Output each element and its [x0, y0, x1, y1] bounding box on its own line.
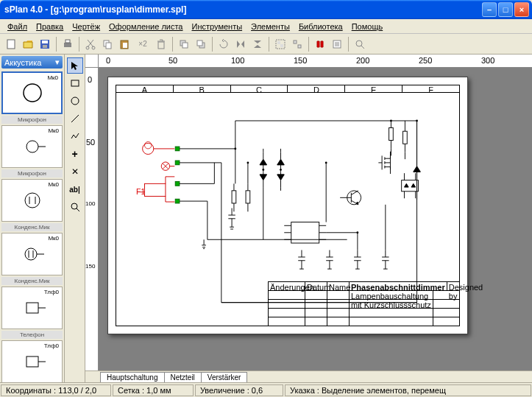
menu-tools[interactable]: Инструменты [188, 21, 247, 32]
drawing-page[interactable]: ABCDEF F1 [107, 77, 468, 334]
cut-button[interactable] [82, 36, 99, 52]
svg-rect-34 [26, 303, 38, 313]
status-grid: Сетка : 1,0 мм [113, 384, 194, 396]
node-add-tool[interactable]: + [67, 146, 83, 162]
svg-point-61 [356, 231, 358, 233]
svg-rect-47 [175, 182, 180, 186]
svg-point-30 [25, 248, 37, 260]
close-button[interactable]: × [514, 2, 529, 17]
svg-rect-52 [403, 131, 408, 144]
horizontal-ruler: 0 50 100 150 200 250 300 [99, 55, 532, 68]
svg-rect-0 [7, 40, 15, 49]
svg-rect-12 [158, 42, 164, 49]
rect-tool[interactable] [67, 75, 83, 91]
node-del-tool[interactable]: ✕ [67, 164, 83, 180]
back-button[interactable] [193, 36, 209, 52]
svg-rect-48 [175, 199, 180, 203]
svg-point-63 [416, 120, 418, 122]
zoom-tool[interactable] [67, 199, 83, 215]
svg-rect-16 [197, 41, 202, 46]
svg-rect-50 [246, 191, 250, 203]
svg-rect-51 [389, 127, 394, 140]
copy-button[interactable] [99, 36, 116, 52]
menu-file[interactable]: Файл [3, 21, 32, 32]
flip-v-button[interactable] [249, 36, 266, 52]
svg-point-24 [24, 84, 41, 102]
pointer-tool[interactable] [67, 57, 83, 74]
svg-rect-3 [43, 45, 47, 48]
new-button[interactable] [3, 36, 19, 52]
svg-rect-43 [144, 183, 165, 196]
text-tool[interactable]: ab| [67, 181, 83, 197]
palette-item-1[interactable]: Мк0 [1, 125, 63, 168]
flip-h-button[interactable] [233, 36, 249, 52]
group-button[interactable] [272, 36, 288, 52]
polyline-tool[interactable] [67, 128, 83, 144]
toolbar: ×2 [0, 34, 532, 55]
sheet-tabs: Hauptschaltung Netzteil Verstärker [85, 370, 532, 382]
svg-point-25 [26, 141, 38, 152]
snap-button[interactable] [312, 36, 328, 52]
svg-rect-45 [175, 147, 180, 151]
title-block: Änderungen Datum Name Phasenabschnittdim… [268, 281, 459, 326]
paste-button[interactable] [116, 36, 132, 52]
palette-item-3[interactable]: Мк0 [1, 233, 63, 275]
rotate-button[interactable] [216, 36, 232, 52]
save-button[interactable] [37, 36, 53, 52]
svg-rect-11 [123, 43, 127, 48]
svg-rect-14 [182, 43, 188, 48]
print-button[interactable] [60, 36, 76, 52]
svg-rect-9 [106, 43, 111, 49]
component-palette: Аккустика ▾ Мк0 Микрофон Мк0 Микрофон Мк… [0, 55, 65, 382]
sheet-tab-0[interactable]: Hauptschaltung [100, 372, 165, 382]
line-tool[interactable] [67, 110, 83, 127]
canvas[interactable]: ABCDEF F1 [99, 68, 532, 370]
circle-tool[interactable] [67, 93, 83, 109]
menu-library[interactable]: Библиотека [294, 21, 347, 32]
menu-page-setup[interactable]: Оформление листа [104, 21, 187, 32]
vertical-ruler: 0 50 100 150 [85, 68, 99, 370]
sheet-tab-1[interactable]: Netzteil [164, 372, 202, 382]
palette-item-5[interactable]: Тлф0 [1, 340, 63, 382]
duplicate-button[interactable]: ×2 [133, 36, 152, 52]
options-button[interactable] [329, 36, 345, 52]
statusbar: Координаты : 113,0 / 2,0 Сетка : 1,0 мм … [0, 382, 532, 397]
palette-caption-0: Микрофон [1, 116, 63, 124]
menu-edit[interactable]: Правка [32, 21, 68, 32]
status-hint: Указка : Выделение элементов, перемещ [285, 384, 531, 396]
svg-rect-19 [280, 44, 283, 47]
palette-item-0[interactable]: Мк0 [1, 71, 63, 114]
svg-point-56 [234, 147, 236, 150]
svg-rect-38 [71, 80, 79, 86]
status-coords: Координаты : 113,0 / 2,0 [1, 384, 111, 396]
svg-rect-49 [232, 191, 236, 203]
front-button[interactable] [176, 36, 192, 52]
menu-help[interactable]: Помощь [347, 21, 388, 32]
delete-button[interactable] [153, 36, 169, 52]
maximize-button[interactable]: □ [498, 2, 513, 17]
svg-rect-21 [298, 45, 301, 48]
menu-elements[interactable]: Элементы [247, 21, 294, 32]
status-zoom: Увеличение : 0,6 [195, 384, 283, 396]
svg-point-60 [325, 161, 327, 164]
menu-drawing[interactable]: Чертёж [68, 21, 104, 32]
drawing-toolbar: + ✕ ab| [65, 55, 85, 382]
ungroup-button[interactable] [289, 36, 305, 52]
window-title: sPlan 4.0 - [g:\program\rusplan\dimmer.s… [3, 4, 482, 15]
palette-caption-3: Конденс.Мик [1, 277, 63, 285]
palette-caption-1: Микрофон [1, 169, 63, 178]
palette-item-2[interactable]: Мк0 [1, 179, 63, 222]
svg-rect-20 [294, 41, 297, 43]
minimize-button[interactable]: – [482, 2, 497, 17]
svg-point-23 [356, 41, 362, 46]
svg-rect-18 [277, 41, 280, 44]
svg-point-39 [71, 97, 79, 105]
sheet-tab-2[interactable]: Verstärker [201, 372, 248, 382]
palette-category[interactable]: Аккустика ▾ [1, 56, 63, 68]
search-button[interactable] [352, 36, 368, 52]
palette-item-4[interactable]: Тлф0 [1, 287, 63, 329]
titlebar: sPlan 4.0 - [g:\program\rusplan\dimmer.s… [0, 0, 532, 19]
svg-rect-36 [26, 356, 38, 367]
open-button[interactable] [20, 36, 36, 52]
svg-text:F1: F1 [136, 188, 145, 196]
